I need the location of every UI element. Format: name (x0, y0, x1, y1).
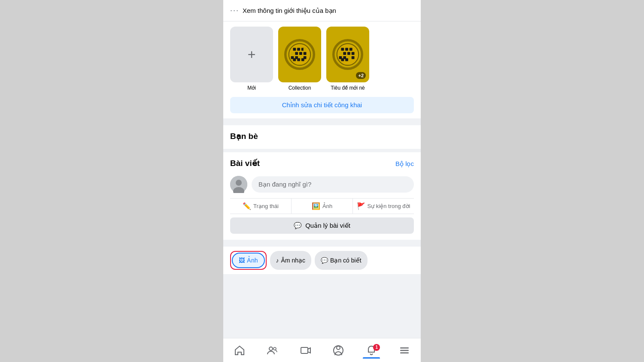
avatar (230, 176, 247, 193)
svg-point-35 (269, 347, 273, 350)
svg-point-36 (273, 347, 276, 350)
nav-menu[interactable] (388, 345, 421, 356)
new-story-label: Mới (247, 85, 256, 92)
title-story-item[interactable]: Tiêu đề mới nè (326, 27, 369, 92)
status-button[interactable]: ✏️ Trạng thái (230, 199, 291, 214)
story-section: + Mới (223, 21, 421, 118)
svg-rect-21 (349, 48, 352, 51)
svg-rect-29 (352, 56, 355, 59)
svg-rect-25 (352, 52, 355, 55)
notification-badge: 1 (373, 344, 380, 351)
life-event-label: Sự kiện trong đời (368, 203, 410, 209)
nav-home[interactable] (223, 345, 256, 356)
tab-chat-label: Bạn có biết (330, 257, 361, 264)
svg-rect-6 (291, 52, 294, 55)
svg-rect-8 (299, 52, 302, 55)
svg-rect-3 (297, 48, 300, 51)
svg-rect-14 (293, 58, 296, 61)
tab-anh-label: Ảnh (247, 257, 258, 264)
friends-section: Bạn bè (223, 125, 421, 149)
tab-row: 🖼 Ảnh ♪ Âm nhạc 💬 Bạn có biết (230, 251, 414, 270)
collection-story-label: Collection (289, 85, 311, 92)
filter-link[interactable]: Bộ lọc (395, 160, 414, 168)
svg-rect-42 (400, 352, 409, 353)
svg-rect-19 (341, 48, 344, 51)
tab-music-icon: ♪ (276, 257, 279, 264)
svg-rect-31 (345, 58, 348, 61)
status-icon: ✏️ (243, 202, 251, 210)
photo-icon: 🖼️ (312, 202, 320, 210)
tab-music-label: Âm nhạc (281, 257, 305, 264)
collection-story-item[interactable]: Collection (278, 27, 321, 92)
manage-posts-button[interactable]: 💬 Quản lý bài viết (230, 217, 414, 234)
more-dots-icon[interactable]: ··· (230, 6, 239, 15)
svg-rect-20 (345, 48, 348, 51)
nav-video[interactable] (289, 345, 322, 356)
posts-header: Bài viết Bộ lọc (230, 158, 414, 170)
coin-icon (284, 39, 315, 70)
top-bar: ··· Xem thông tin giới thiệu của bạn (223, 0, 421, 21)
svg-rect-37 (301, 347, 308, 353)
friends-title: Bạn bè (230, 131, 414, 141)
life-event-icon: 🚩 (357, 202, 365, 210)
nav-groups[interactable] (322, 345, 355, 356)
svg-rect-2 (293, 48, 296, 51)
coin-icon-2 (332, 39, 363, 70)
story-row: + Mới (230, 27, 414, 92)
title-story-label: Tiêu đề mới nè (331, 85, 365, 92)
photo-button[interactable]: 🖼️ Ảnh (291, 199, 352, 214)
nav-friends[interactable] (256, 345, 289, 356)
svg-rect-22 (339, 52, 342, 55)
divider-1 (223, 122, 421, 125)
phone-container: ··· Xem thông tin giới thiệu của bạn + M… (223, 0, 421, 362)
svg-rect-16 (301, 58, 304, 61)
title-img-box[interactable] (326, 27, 369, 82)
svg-point-39 (334, 346, 343, 355)
collection-img-box[interactable] (278, 27, 321, 82)
photo-label: Ảnh (322, 203, 332, 209)
content-area: ··· Xem thông tin giới thiệu của bạn + M… (223, 0, 421, 338)
posts-title: Bài viết (230, 158, 260, 168)
life-event-button[interactable]: 🚩 Sự kiện trong đời (352, 199, 414, 214)
svg-rect-24 (347, 52, 350, 55)
svg-point-33 (236, 180, 242, 186)
tab-ban-co-biet[interactable]: 💬 Bạn có biết (315, 251, 367, 270)
divider-2 (223, 149, 421, 152)
nav-notifications[interactable]: 1 (355, 345, 388, 356)
svg-rect-9 (304, 52, 307, 55)
posts-section: Bài viết Bộ lọc Bạn đang nghĩ gì? ✏️ Trạ… (223, 152, 421, 240)
svg-rect-7 (295, 52, 298, 55)
svg-rect-30 (341, 58, 344, 61)
bottom-nav: 1 (223, 338, 421, 362)
divider-3 (223, 240, 421, 243)
svg-point-38 (337, 346, 340, 350)
tab-section: 🖼 Ảnh ♪ Âm nhạc 💬 Bạn có biết (223, 247, 421, 274)
compose-area: Bạn đang nghĩ gì? (230, 176, 414, 193)
svg-rect-23 (343, 52, 346, 55)
nav-active-indicator (363, 357, 380, 359)
svg-rect-15 (297, 58, 300, 61)
svg-rect-41 (400, 350, 409, 351)
new-story-item[interactable]: + Mới (230, 27, 273, 92)
compose-input[interactable]: Bạn đang nghĩ gì? (252, 176, 414, 193)
top-bar-text: Xem thông tin giới thiệu của bạn (243, 7, 336, 15)
tab-anh[interactable]: 🖼 Ảnh (232, 253, 265, 268)
tab-highlight-box: 🖼 Ảnh (230, 251, 267, 270)
add-story-box[interactable]: + (230, 27, 273, 82)
manage-label: Quản lý bài viết (305, 222, 350, 229)
tab-anh-icon: 🖼 (239, 257, 245, 264)
svg-rect-40 (400, 347, 409, 349)
svg-rect-5 (304, 48, 307, 51)
status-label: Trạng thái (253, 203, 279, 209)
tab-chat-icon: 💬 (321, 257, 328, 264)
tab-am-nhac[interactable]: ♪ Âm nhạc (270, 251, 311, 270)
edit-public-details-button[interactable]: Chỉnh sửa chi tiết công khai (230, 97, 414, 113)
action-row: ✏️ Trạng thái 🖼️ Ảnh 🚩 Sự kiện trong đời (230, 198, 414, 214)
manage-icon: 💬 (294, 222, 302, 229)
